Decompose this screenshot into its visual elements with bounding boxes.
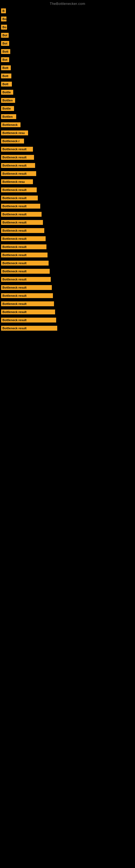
list-item: Bo <box>0 23 135 31</box>
list-item: Bottleneck result <box>0 300 135 308</box>
list-item: Bottleneck result <box>0 243 135 251</box>
label-box: Bottle <box>1 106 14 111</box>
label-box: Bo <box>1 17 6 22</box>
list-item: Bott <box>0 48 135 56</box>
label-box: Bottleneck result <box>1 212 42 217</box>
list-item: Bottleneck <box>0 121 135 129</box>
label-box: Bottleneck result <box>1 236 46 241</box>
label-box: Bottlen <box>1 114 16 119</box>
site-title: TheBottlenecker.com <box>0 0 135 7</box>
label-box: Bottleneck result <box>1 155 34 160</box>
list-item: Bottleneck resu <box>0 129 135 137</box>
label-box: Bottleneck result <box>1 147 33 152</box>
label-box: Bottleneck result <box>1 220 43 225</box>
label-box: Bottleneck result <box>1 326 57 331</box>
list-item: Bottlen <box>0 113 135 121</box>
label-box: Bottleneck result <box>1 293 53 298</box>
label-box: Bottleneck result <box>1 310 55 314</box>
label-box: Bot <box>1 41 9 46</box>
label-box: Bott <box>1 65 11 70</box>
list-item: Bottleneck result <box>0 186 135 194</box>
list-item: Bottleneck result <box>0 202 135 210</box>
list-item: Bottleneck result <box>0 308 135 316</box>
label-box: Bott <box>1 73 11 79</box>
label-box: Bo <box>1 25 7 30</box>
list-item: Bottleneck result <box>0 161 135 169</box>
list-item: Bottleneck result <box>0 259 135 267</box>
list-item: Bottleneck result <box>0 210 135 218</box>
list-item: Bottleneck result <box>0 218 135 226</box>
list-item: Bottleneck result <box>0 316 135 324</box>
list-item: Bottleneck r <box>0 137 135 145</box>
label-box: Bottlen <box>1 98 15 103</box>
list-item: Bottleneck result <box>0 145 135 153</box>
list-item: Bottleneck result <box>0 194 135 202</box>
label-box: Bottleneck r <box>1 138 24 144</box>
list-item: Bot <box>0 31 135 39</box>
label-box: Bottleneck result <box>1 195 38 200</box>
list-item: Bott <box>0 64 135 72</box>
list-item: Bo <box>0 15 135 23</box>
label-box: Bottleneck result <box>1 285 52 290</box>
label-box: Bottleneck result <box>1 204 40 209</box>
list-item: Bot <box>0 56 135 64</box>
label-box: Bottleneck result <box>1 261 49 266</box>
label-box: Bottleneck result <box>1 244 46 249</box>
list-item: Bottle <box>0 104 135 113</box>
label-box: Bottleneck result <box>1 187 37 192</box>
list-item: Bottleneck result <box>0 324 135 332</box>
list-item: Bottle <box>0 88 135 96</box>
list-item: Bottleneck result <box>0 291 135 300</box>
list-item: Bottleneck result <box>0 275 135 283</box>
label-box: Bottleneck result <box>1 301 54 306</box>
label-box: Bottleneck result <box>1 269 50 274</box>
label-box: Bottleneck result <box>1 171 36 176</box>
label-box: Bottleneck result <box>1 277 51 282</box>
label-box: Bottleneck result <box>1 163 35 168</box>
label-box: Bottleneck result <box>1 318 56 322</box>
label-box: Bottleneck result <box>1 228 44 233</box>
list-item: Bottleneck result <box>0 267 135 275</box>
list-item: B <box>0 7 135 15</box>
list-item: Bottleneck resu <box>0 178 135 186</box>
list-item: Bottleneck result <box>0 153 135 161</box>
list-item: Bott <box>0 72 135 80</box>
list-item: Bottleneck result <box>0 251 135 259</box>
label-box: Bot <box>1 33 9 38</box>
label-box: Bottleneck resu <box>1 179 33 184</box>
list-item: Bottlen <box>0 96 135 104</box>
list-item: Bott <box>0 80 135 88</box>
label-box: Bot <box>1 57 9 62</box>
list-item: Bottleneck result <box>0 235 135 243</box>
label-box: Bottleneck <box>1 122 20 127</box>
label-box: Bott <box>1 82 12 87</box>
list-item: Bottleneck result <box>0 283 135 291</box>
label-box: B <box>1 8 6 13</box>
label-box: Bottleneck result <box>1 252 48 257</box>
label-box: Bott <box>1 49 10 54</box>
list-item: Bot <box>0 39 135 48</box>
list-item: Bottleneck result <box>0 226 135 235</box>
label-box: Bottleneck resu <box>1 130 28 135</box>
list-item: Bottleneck result <box>0 169 135 178</box>
label-box: Bottle <box>1 90 13 95</box>
